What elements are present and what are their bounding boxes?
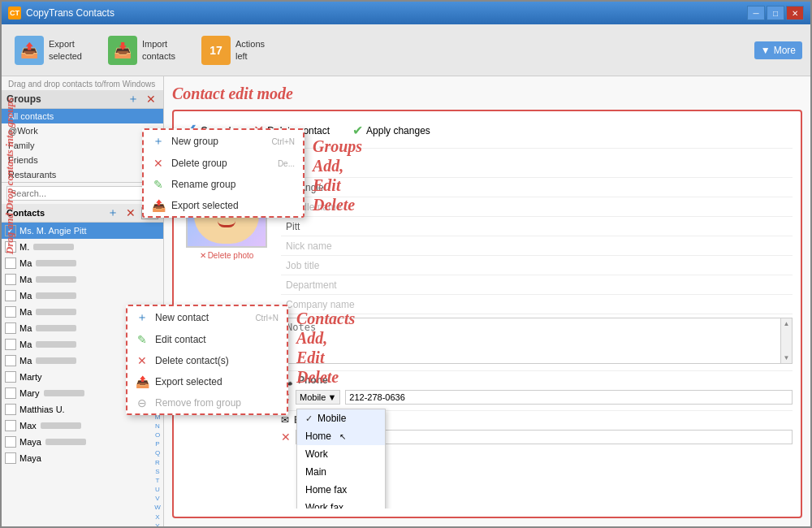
drag-label: Drag and drop contacts to/from Windows <box>2 76 163 90</box>
contact-item-ma2[interactable]: Ma <box>2 271 163 288</box>
rename-group-label: Rename group <box>171 179 235 190</box>
phone-option-mobile[interactable]: ✓ Mobile <box>297 409 385 427</box>
times-icon: ✕ <box>136 354 149 367</box>
groups-title: Groups <box>6 93 41 105</box>
contact-checkbox-m[interactable] <box>5 241 16 253</box>
maximize-button[interactable]: □ <box>767 6 784 20</box>
lastname-input[interactable] <box>281 219 793 235</box>
more-icon: ▼ <box>761 45 771 56</box>
apply-label: Apply changes <box>366 125 430 136</box>
times-icon: ✕ <box>152 157 165 170</box>
contacts-header: Contacts ＋ ✕ AZ <box>2 204 163 223</box>
groups-rename-group[interactable]: ✎ Rename group <box>144 174 303 195</box>
search-input[interactable] <box>6 186 143 201</box>
field-company <box>281 295 793 314</box>
contact-item-maya1[interactable]: Maya <box>2 434 163 450</box>
phone-option-work[interactable]: Work <box>297 445 385 463</box>
contacts-edit-contact[interactable]: ✎ Edit contact <box>127 329 287 350</box>
field-salutation <box>281 158 793 178</box>
new-contact-label: New contact <box>155 312 209 323</box>
actions-icon: 17 <box>201 36 231 65</box>
check-icon: ✓ <box>305 413 313 424</box>
import-label: Import contacts <box>142 38 175 62</box>
contacts-delete-contacts[interactable]: ✕ Delete contact(s) <box>127 350 287 371</box>
delete-contacts-label: Delete contact(s) <box>155 355 229 366</box>
phone-type-dropdown[interactable]: Mobile ▼ ✓ Mobile Home <box>296 390 340 405</box>
contact-checkbox-angie[interactable]: ✓ <box>5 225 16 236</box>
delete-photo-button[interactable]: ✕ Delete photo <box>200 251 254 260</box>
field-firstname <box>281 178 793 197</box>
email-delete-button[interactable]: ✕ <box>281 431 291 444</box>
field-middlename <box>281 197 793 217</box>
edit-mode-title: Contact edit mode <box>172 84 802 103</box>
cursor-icon: ↖ <box>339 432 346 441</box>
toolbar: 📤 Export selected 📥 Import contacts 17 A… <box>2 24 810 76</box>
delete-contact-button[interactable]: ✕ <box>123 206 138 220</box>
minimize-button[interactable]: ─ <box>747 6 765 20</box>
add-group-button[interactable]: ＋ <box>126 92 140 106</box>
middlename-input[interactable] <box>281 199 793 215</box>
phone-type-label: Mobile <box>300 392 326 402</box>
contact-name-m: M. <box>19 242 160 252</box>
apply-changes-button[interactable]: ✔ Apply changes <box>348 119 435 141</box>
delete-group-button[interactable]: ✕ <box>144 92 158 106</box>
contacts-remove-from-group[interactable]: ⊖ Remove from group <box>127 392 287 413</box>
contact-item-m[interactable]: M. <box>2 239 163 255</box>
contacts-context-menu: ＋ New contact Ctrl+N ✎ Edit contact ✕ De… <box>126 305 288 415</box>
add-contact-button[interactable]: ＋ <box>106 206 120 220</box>
contacts-title: Contacts <box>6 208 45 218</box>
contact-item-maya2[interactable]: Maya <box>2 450 163 466</box>
contacts-export-selected[interactable]: 📤 Export selected <box>127 371 287 392</box>
phone-option-home-fax[interactable]: Home fax <box>297 481 385 499</box>
scroll-down-arrow[interactable]: ▼ <box>784 354 790 361</box>
field-department <box>281 275 793 295</box>
actions-button[interactable]: 17 Actions left <box>197 32 270 68</box>
group-item-family[interactable]: Family <box>2 138 163 153</box>
company-input[interactable] <box>281 296 793 313</box>
groups-new-group[interactable]: ＋ New group Ctrl+N <box>144 130 303 153</box>
department-input[interactable] <box>281 277 793 293</box>
notes-area: ▲ ▼ <box>281 318 793 364</box>
group-item-friends[interactable]: Friends <box>2 153 163 167</box>
notes-scrollbar: ▲ ▼ <box>780 318 792 363</box>
groups-context-menu: ＋ New group Ctrl+N ✕ Delete group De... … <box>142 128 304 218</box>
phone-option-main[interactable]: Main <box>297 463 385 481</box>
delete-photo-label: Delete photo <box>208 251 254 260</box>
phone-section-title: Phone <box>298 374 328 386</box>
close-button[interactable]: ✕ <box>786 6 804 20</box>
actions-label: Actions left <box>235 38 265 62</box>
main-label: Main <box>305 466 326 478</box>
group-item-restaurants[interactable]: Restaurants <box>2 167 163 182</box>
dropdown-arrow-icon: ▼ <box>327 392 336 402</box>
more-button[interactable]: ▼ More <box>754 41 802 59</box>
groups-export-selected[interactable]: 📤 Export selected <box>144 195 303 216</box>
remove-icon: ⊖ <box>136 396 149 409</box>
export-icon: 📤 <box>136 375 149 388</box>
new-group-shortcut: Ctrl+N <box>271 137 295 146</box>
contact-item-angie[interactable]: ✓ Ms. M. Angie Pitt <box>2 223 163 239</box>
contact-checkbox-ma1[interactable] <box>5 258 16 269</box>
group-item-work[interactable]: @Work <box>2 123 163 138</box>
more-label: More <box>774 45 796 56</box>
field-nickname <box>281 236 793 256</box>
jobtitle-input[interactable] <box>281 258 793 274</box>
scroll-up-arrow[interactable]: ▲ <box>784 320 790 327</box>
groups-delete-group[interactable]: ✕ Delete group De... <box>144 153 303 174</box>
salutation-input[interactable] <box>281 160 793 176</box>
contact-item-max[interactable]: Max <box>2 418 163 434</box>
firstname-input[interactable] <box>281 180 793 196</box>
nickname-input[interactable] <box>281 238 793 254</box>
import-button[interactable]: 📥 Import contacts <box>103 32 180 68</box>
phone-number-input[interactable] <box>345 390 793 405</box>
contacts-new-contact[interactable]: ＋ New contact Ctrl+N <box>127 306 287 329</box>
phone-option-home[interactable]: Home ↖ <box>297 427 385 445</box>
group-item-all-contacts[interactable]: All contacts <box>2 109 163 123</box>
phone-option-mobile-label: Mobile <box>317 413 346 424</box>
contact-item-ma1[interactable]: Ma <box>2 255 163 271</box>
notes-textarea[interactable] <box>282 318 792 361</box>
export-selected-label: Export selected <box>155 376 222 387</box>
phone-option-work-fax[interactable]: Work fax <box>297 499 385 509</box>
export-button[interactable]: 📤 Export selected <box>10 32 87 68</box>
contact-item-ma3[interactable]: Ma <box>2 288 163 304</box>
new-group-label: New group <box>171 136 218 147</box>
